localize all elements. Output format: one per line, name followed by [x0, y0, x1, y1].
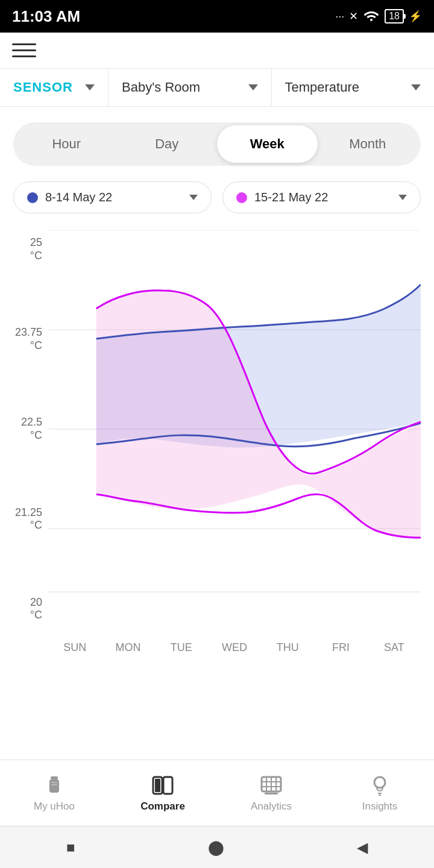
close-icon: ✕	[349, 10, 358, 23]
sensor-bottle-icon	[43, 774, 66, 797]
bottom-nav: My uHoo Compare Analytics Insights	[0, 760, 434, 826]
nav-analytics[interactable]: Analytics	[217, 760, 326, 826]
insights-bulb-icon	[368, 774, 391, 797]
tab-month[interactable]: Month	[318, 125, 418, 163]
chart-y-labels: 25°C 23.75°C 22.5°C 21.25°C 20°C	[0, 230, 48, 628]
svg-rect-12	[163, 777, 172, 794]
date-chevron-2-icon	[398, 195, 407, 200]
tab-day[interactable]: Day	[117, 125, 218, 163]
date-picker-2[interactable]: 15-21 May 22	[222, 181, 421, 213]
y-label-2125: 21.25°C	[0, 506, 48, 532]
nav-my-uhoo-label: My uHoo	[34, 800, 75, 813]
date-dot-2	[236, 192, 247, 203]
svg-rect-8	[51, 782, 57, 783]
date-row: 8-14 May 22 15-21 May 22	[0, 181, 434, 224]
y-label-20: 20°C	[0, 596, 48, 622]
date-chevron-1-icon	[189, 195, 198, 200]
svg-rect-13	[165, 779, 171, 792]
svg-point-0	[370, 19, 373, 21]
signal-dots: ···	[335, 10, 344, 23]
nav-compare[interactable]: Compare	[108, 760, 217, 826]
metric-chevron-icon	[411, 84, 421, 90]
top-nav	[0, 33, 434, 68]
date-text-1: 8-14 May 22	[45, 190, 189, 204]
android-back-btn[interactable]: ◀	[357, 839, 368, 856]
x-label-wed: WED	[208, 641, 261, 654]
room-dropdown[interactable]: Baby's Room	[108, 69, 272, 106]
date-text-2: 15-21 May 22	[254, 190, 398, 204]
svg-point-21	[374, 777, 385, 788]
tab-hour[interactable]: Hour	[16, 125, 117, 163]
svg-rect-20	[265, 793, 278, 794]
sensor-label: SENSOR	[13, 80, 73, 95]
room-chevron-icon	[248, 84, 258, 90]
y-label-2375: 23.75°C	[0, 326, 48, 352]
room-label: Baby's Room	[122, 80, 200, 95]
status-icons: ··· ✕ 18 ⚡	[335, 9, 422, 24]
battery-icon: 18	[385, 9, 404, 24]
charging-icon: ⚡	[409, 10, 422, 23]
status-bar: 11:03 AM ··· ✕ 18 ⚡	[0, 0, 434, 33]
svg-rect-11	[155, 779, 160, 792]
android-square-btn[interactable]: ■	[66, 839, 75, 856]
chart-x-labels: SUN MON TUE WED THU FRI SAT	[48, 631, 421, 664]
chart-container: 25°C 23.75°C 22.5°C 21.25°C 20°C	[0, 230, 434, 664]
wifi-icon	[363, 9, 380, 24]
nav-my-uhoo[interactable]: My uHoo	[0, 760, 108, 826]
x-label-tue: TUE	[155, 641, 208, 654]
y-label-25: 25°C	[0, 236, 48, 262]
dropdown-row: SENSOR Baby's Room Temperature	[0, 68, 434, 107]
status-time: 11:03 AM	[12, 7, 80, 26]
nav-analytics-label: Analytics	[251, 800, 292, 813]
metric-label: Temperature	[285, 80, 360, 95]
date-dot-1	[27, 192, 38, 203]
chart-svg	[48, 230, 421, 628]
svg-rect-9	[51, 784, 57, 785]
nav-insights-label: Insights	[362, 800, 398, 813]
chart-area	[48, 230, 421, 628]
svg-rect-6	[51, 776, 58, 779]
nav-insights[interactable]: Insights	[326, 760, 434, 826]
date-picker-1[interactable]: 8-14 May 22	[13, 181, 212, 213]
y-label-225: 22.5°C	[0, 416, 48, 442]
sensor-chevron-icon	[85, 84, 95, 90]
x-label-sun: SUN	[48, 641, 101, 654]
tab-week[interactable]: Week	[217, 125, 318, 163]
hamburger-menu[interactable]	[12, 43, 36, 57]
sensor-dropdown[interactable]: SENSOR	[0, 69, 108, 106]
android-nav: ■ ⬤ ◀	[0, 826, 434, 868]
x-label-fri: FRI	[314, 641, 367, 654]
x-label-mon: MON	[101, 641, 154, 654]
period-tabs: Hour Day Week Month	[13, 122, 421, 166]
analytics-icon	[260, 774, 283, 797]
metric-dropdown[interactable]: Temperature	[272, 69, 435, 106]
x-label-thu: THU	[261, 641, 314, 654]
compare-icon	[151, 774, 174, 797]
svg-rect-7	[49, 779, 59, 793]
android-circle-btn[interactable]: ⬤	[208, 839, 224, 856]
x-label-sat: SAT	[368, 641, 421, 654]
nav-compare-label: Compare	[140, 800, 185, 813]
